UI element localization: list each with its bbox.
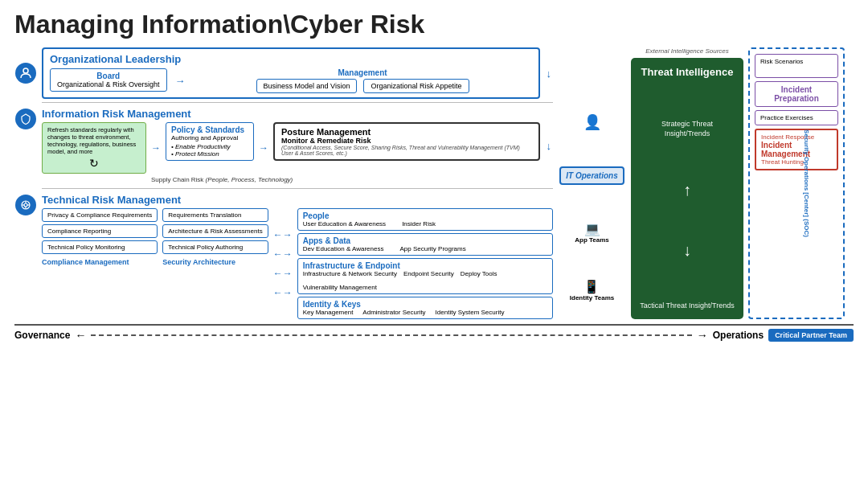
posture-text: (Conditional Access, Secure Score, Shari… [281, 145, 532, 156]
compliance-label: Compliance Management [42, 258, 158, 266]
practice-label: Practice Exercises [760, 114, 833, 121]
board-text: Organizational & Risk Oversight [57, 80, 160, 88]
operations-label: Operations [713, 330, 764, 341]
bottom-dashed-line [91, 334, 691, 336]
identity-teams-group: 📱 Identity Teams [570, 279, 614, 301]
info-down-arrow: ↓ [547, 140, 552, 152]
info-risk-icon [14, 108, 37, 130]
posture-title: Posture Management [281, 127, 532, 137]
board-title: Board [57, 72, 160, 80]
threat-tactical: Tactical Threat Insight/Trends [640, 301, 735, 311]
incident-mgmt-box: Incident Response Incident Management Th… [755, 129, 838, 170]
info-risk-header: Information Risk Management [42, 108, 540, 120]
threat-intel-box: Threat Intelligence Strategic Threat Ins… [631, 58, 743, 319]
soc-col: Security Operations [Center] (SOC) Risk … [748, 47, 845, 319]
tech-policy-authoring-box: Technical Policy Authoring [162, 240, 268, 254]
policy-sub: Authoring and Approval [171, 134, 248, 141]
risk-appetite-box: Organizational Risk Appetite [363, 79, 469, 93]
infra-row: Infrastructure & Endpoint Infrastructure… [297, 258, 553, 294]
policy-item2: • Protect Mission [171, 150, 248, 158]
business-model-box: Business Model and Vision [256, 79, 358, 93]
mgmt-title: Management [194, 68, 532, 77]
governance-label: Governance [14, 330, 70, 341]
arrow-right-1: → [151, 142, 161, 154]
management-boxes: Management Business Model and Vision Org… [194, 68, 532, 93]
policy-standards-box: Policy & Standards Authoring and Approva… [166, 122, 254, 161]
tech-policy-monitoring-box: Technical Policy Monitoring [42, 240, 158, 254]
threat-down-arrow: ↓ [683, 241, 691, 260]
security-arch-label: Security Architecture [162, 258, 268, 266]
svg-point-2 [24, 203, 27, 207]
mgmt-text1: Business Model and Vision [264, 82, 350, 90]
tech-left-col2: Requirements Translation Architecture & … [162, 208, 268, 266]
main-container: Managing Information\Cyber Risk Or [0, 0, 868, 488]
info-risk-green-box: Refresh standards regularly with changes… [42, 122, 146, 174]
tech-risk-icon [14, 194, 37, 216]
board-mgmt-arrow: → [175, 75, 186, 87]
risk-scenarios-box: Risk Scenarios [755, 54, 838, 78]
privacy-box: Privacy & Compliance Requirements [42, 208, 158, 222]
bottom-row: Governance ← → Operations Critical Partn… [14, 324, 854, 342]
supply-chain-row: Supply Chain Risk (People, Process, Tech… [151, 176, 540, 183]
page-title: Managing Information\Cyber Risk [14, 10, 854, 39]
ext-intel-label: External Intelligence Sources [631, 47, 743, 55]
posture-management-box: Posture Management Monitor & Remediate R… [273, 122, 540, 161]
right-arrow: → [697, 329, 708, 342]
identity-row: Identity & Keys Key Management Administr… [297, 297, 553, 319]
domains-col: People User Education & Awareness Inside… [297, 208, 553, 319]
threat-up-arrow: ↑ [683, 181, 691, 199]
incident-mgmt-label: Incident Management [761, 141, 832, 158]
apps-row: Apps & Data Dev Education & Awareness Ap… [297, 233, 553, 256]
incident-prep-title: Incident Preparation [760, 85, 833, 103]
tech-arrows-col: ←→ ←→ ←→ ←→ [273, 229, 293, 298]
posture-sub: Monitor & Remediate Risk [281, 137, 532, 145]
mgmt-text2: Organizational Risk Appetite [371, 82, 461, 90]
threat-strategic: Strategic Threat Insight/Trends [639, 120, 735, 138]
tech-risk-header: Technical Risk Management [42, 194, 553, 206]
org-leadership-section: Organizational Leadership Board Organiza… [42, 47, 540, 99]
left-arrow: ← [75, 329, 86, 342]
threat-hunting-label: Threat Hunting [761, 158, 832, 166]
svg-point-0 [23, 68, 28, 73]
refresh-icon: ↻ [47, 157, 141, 170]
org-leadership-icon [14, 62, 37, 84]
people-icon-group: 👤 [583, 113, 601, 131]
critical-partner-badge: Critical Partner Team [768, 329, 854, 342]
it-ops-box: IT Operations [559, 166, 624, 185]
info-risk-section: Information Risk Management Refresh stan… [42, 108, 540, 183]
separator-1 [42, 102, 553, 103]
org-down-arrow: ↓ [547, 68, 552, 80]
separator-2 [42, 188, 553, 189]
tech-risk-section: Technical Risk Management Privacy & Comp… [42, 194, 553, 319]
center-icons-col: 👤 IT Operations 💻 App Teams 📱 Identity T… [558, 47, 626, 319]
practice-exercises-box: Practice Exercises [755, 110, 838, 125]
arrow-right-2: → [259, 142, 268, 154]
req-translation-box: Requirements Translation [162, 208, 268, 222]
soc-vertical-label: Security Operations [Center] (SOC) [804, 129, 811, 237]
arch-risk-box: Architecture & Risk Assessments [162, 224, 268, 238]
board-box: Board Organizational & Risk Oversight [50, 68, 167, 92]
people-row: People User Education & Awareness Inside… [297, 208, 553, 231]
incident-response-label: Incident Response [761, 133, 832, 141]
tech-left-col1: Privacy & Compliance Requirements Compli… [42, 208, 158, 266]
app-teams-group: 💻 App Teams [575, 221, 609, 244]
threat-intel-title: Threat Intelligence [641, 66, 734, 78]
org-leadership-header: Organizational Leadership [50, 53, 532, 65]
incident-prep-box: Incident Preparation [755, 81, 838, 107]
policy-title: Policy & Standards [171, 125, 248, 134]
policy-item1: • Enable Productivity [171, 143, 248, 150]
compliance-reporting-box: Compliance Reporting [42, 224, 158, 238]
threat-intel-col: External Intelligence Sources Threat Int… [631, 47, 743, 319]
